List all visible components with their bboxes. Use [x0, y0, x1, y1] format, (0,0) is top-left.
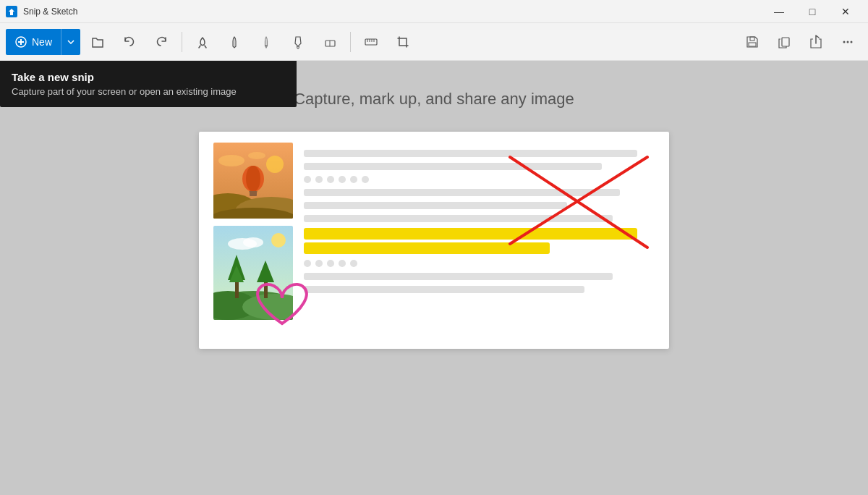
eraser-icon: [323, 35, 337, 49]
line-4: [304, 202, 567, 209]
balloon-image: [213, 143, 293, 219]
title-bar: Snip & Sketch — □ ✕: [0, 0, 868, 23]
toolbar-right: [738, 28, 862, 56]
undo-button[interactable]: [115, 28, 144, 56]
svg-point-39: [243, 237, 263, 248]
open-icon: [90, 35, 105, 49]
ballpoint-pen-button[interactable]: [220, 28, 249, 56]
dot: [304, 176, 311, 183]
share-icon: [809, 35, 823, 49]
highlighter-button[interactable]: [284, 28, 312, 56]
svg-point-37: [271, 233, 286, 248]
copy-button[interactable]: [770, 28, 799, 56]
touch-writing-icon: [195, 35, 210, 49]
dot: [327, 176, 334, 183]
new-button-main[interactable]: New: [6, 29, 61, 55]
redo-icon: [154, 35, 169, 49]
save-icon: [745, 35, 760, 49]
dot: [315, 260, 323, 267]
touch-writing-button[interactable]: [188, 28, 217, 56]
line-7: [304, 286, 584, 293]
line-3: [304, 189, 620, 196]
landscape-image: [213, 226, 293, 320]
separator-1: [182, 32, 182, 52]
svg-point-22: [248, 152, 265, 159]
pencil-tool-icon: [259, 35, 273, 49]
dot-row-1: [304, 176, 655, 183]
new-button-dropdown[interactable]: [61, 29, 80, 55]
svg-rect-12: [782, 38, 789, 46]
dot: [350, 176, 357, 183]
tooltip-title: Take a new snip: [12, 71, 285, 83]
highlighter-icon: [291, 35, 305, 49]
svg-rect-25: [250, 191, 257, 196]
dot: [339, 176, 346, 183]
share-button[interactable]: [801, 28, 830, 56]
ruler-button[interactable]: [357, 28, 386, 56]
dot: [327, 260, 334, 267]
crop-button[interactable]: [388, 28, 417, 56]
redo-button[interactable]: [147, 28, 176, 56]
app-icon: [6, 6, 17, 17]
dot: [350, 260, 357, 267]
separator-2: [350, 32, 351, 52]
line-1: [304, 150, 637, 157]
more-icon: [841, 35, 855, 49]
line-2: [304, 163, 602, 170]
svg-point-15: [851, 41, 853, 43]
undo-icon: [122, 35, 137, 49]
svg-point-20: [266, 156, 284, 173]
dot-row-2: [304, 260, 655, 267]
line-6: [304, 273, 613, 280]
new-button-label: New: [32, 36, 52, 48]
app-title: Snip & Sketch: [23, 7, 77, 17]
dot: [339, 260, 346, 267]
ruler-icon: [364, 35, 378, 49]
svg-point-21: [218, 155, 244, 166]
pencil-button[interactable]: [252, 28, 281, 56]
svg-rect-10: [750, 37, 754, 41]
save-button[interactable]: [738, 28, 767, 56]
close-button[interactable]: ✕: [829, 0, 862, 23]
highlight-line-1: [304, 228, 637, 240]
maximize-button[interactable]: □: [796, 0, 829, 23]
dot: [304, 260, 311, 267]
tooltip-subtitle: Capture part of your screen or open an e…: [12, 86, 285, 97]
highlight-line-2: [304, 242, 550, 254]
toolbar: New: [0, 23, 868, 61]
crop-icon: [396, 35, 410, 49]
dot: [362, 176, 369, 183]
svg-rect-5: [365, 39, 377, 45]
main-content: Capture, mark up, and share any image: [0, 61, 868, 495]
svg-point-14: [847, 41, 849, 43]
illustration-card: [199, 132, 669, 349]
tooltip-popup: Take a new snip Capture part of your scr…: [0, 61, 297, 107]
chevron-down-icon: [67, 40, 75, 44]
ballpoint-pen-icon: [227, 35, 242, 49]
main-heading: Capture, mark up, and share any image: [294, 90, 574, 109]
window-controls: — □ ✕: [762, 0, 862, 23]
content-lines: [304, 146, 655, 334]
new-button-group[interactable]: New: [6, 29, 80, 55]
minimize-button[interactable]: —: [762, 0, 796, 23]
svg-point-13: [843, 41, 846, 43]
copy-icon: [777, 35, 791, 49]
more-button[interactable]: [833, 28, 862, 56]
line-5: [304, 215, 613, 222]
svg-rect-11: [749, 43, 756, 46]
dot: [315, 176, 323, 183]
open-button[interactable]: [83, 28, 112, 56]
svg-point-24: [246, 166, 260, 192]
eraser-button[interactable]: [315, 28, 344, 56]
new-snip-icon: [14, 35, 27, 48]
svg-rect-35: [264, 280, 268, 298]
